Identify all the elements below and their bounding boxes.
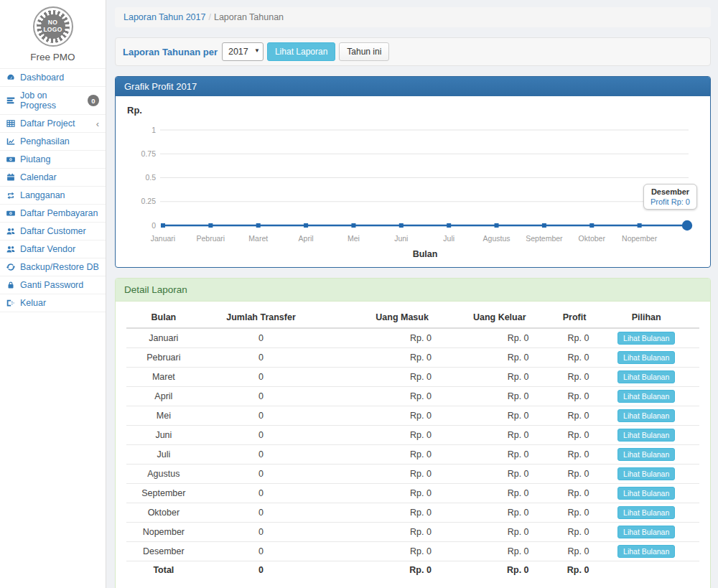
table-row: Agustus0Rp. 0Rp. 0Rp. 0Lihat Bulanan	[126, 465, 699, 484]
breadcrumb: Laporan Tahun 2017/Laporan Tahunan	[115, 7, 711, 27]
sidebar-link[interactable]: Daftar Project‹	[0, 115, 106, 132]
column-header-uang-masuk: Uang Masuk	[321, 307, 436, 328]
brand-name: Free PMO	[0, 52, 106, 62]
view-monthly-button[interactable]: Lihat Bulanan	[617, 467, 675, 480]
cell-uang-masuk: Rp. 0	[321, 445, 436, 465]
cell-profit: Rp. 0	[533, 348, 594, 368]
sidebar-link[interactable]: Ganti Password	[0, 276, 106, 294]
chart-point[interactable]	[208, 223, 213, 228]
sidebar-link[interactable]: Langganan	[0, 187, 106, 204]
cell-pilihan: Lihat Bulanan	[593, 542, 699, 561]
view-monthly-button[interactable]: Lihat Bulanan	[617, 409, 675, 422]
sign-out-icon	[6, 298, 16, 308]
svg-text:Juli: Juli	[443, 234, 454, 243]
view-monthly-button[interactable]: Lihat Bulanan	[617, 332, 675, 345]
chart-panel-title: Grafik Profit 2017	[116, 77, 710, 96]
cell-profit: Rp. 0	[533, 445, 594, 465]
chart-point-active[interactable]	[682, 220, 692, 230]
chart-point[interactable]	[161, 223, 165, 228]
cell-uang-masuk: Rp. 0	[321, 465, 436, 484]
view-monthly-button[interactable]: Lihat Bulanan	[617, 390, 675, 403]
breadcrumb-link[interactable]: Laporan Tahun 2017	[123, 12, 205, 22]
breadcrumb-current: Laporan Tahunan	[214, 12, 284, 22]
sidebar-link[interactable]: Calendar	[0, 169, 106, 186]
detail-panel-body: BulanJumlah TransferUang MasukUang Kelua…	[116, 302, 710, 588]
chart-point[interactable]	[256, 223, 261, 228]
view-report-button[interactable]: Lihat Laporan	[267, 42, 335, 61]
view-monthly-button[interactable]: Lihat Bulanan	[617, 526, 675, 538]
this-year-button[interactable]: Tahun ini	[339, 42, 389, 61]
view-monthly-button[interactable]: Lihat Bulanan	[617, 487, 675, 500]
table-row: Juli0Rp. 0Rp. 0Rp. 0Lihat Bulanan	[126, 445, 699, 465]
cell-uang-keluar: Rp. 0	[436, 387, 533, 406]
cell-uang-keluar: Rp. 0	[436, 406, 533, 426]
money-icon	[6, 154, 16, 164]
cell-jumlah-transfer: 0	[201, 465, 322, 484]
sidebar-link[interactable]: Daftar Pembayaran	[0, 205, 106, 222]
sidebar-item-calendar: Calendar	[0, 169, 106, 187]
chart-point[interactable]	[304, 223, 308, 228]
cell-uang-keluar: Rp. 0	[436, 503, 533, 523]
column-header-profit: Profit	[533, 307, 594, 328]
sidebar-link[interactable]: Job on Progress0	[0, 87, 106, 114]
logo-text: NO LOGO	[41, 14, 65, 39]
column-header-jumlah-transfer: Jumlah Transfer	[201, 307, 322, 328]
cell-bulan: Agustus	[126, 465, 201, 484]
view-monthly-button[interactable]: Lihat Bulanan	[617, 506, 675, 519]
sidebar-item-daftar-pembayaran: Daftar Pembayaran	[0, 205, 106, 223]
calendar-icon	[6, 172, 16, 182]
cell-profit: Rp. 0	[533, 328, 594, 348]
svg-text:Agustus: Agustus	[483, 234, 510, 243]
sidebar-link[interactable]: Daftar Vendor	[0, 241, 106, 258]
sidebar-link[interactable]: Penghasilan	[0, 133, 106, 150]
app-logo[interactable]: NO LOGO Free PMO	[0, 0, 106, 68]
svg-text:Januari: Januari	[151, 234, 175, 243]
cell-bulan: Juni	[126, 426, 201, 445]
sidebar-item-label: Daftar Project	[20, 118, 75, 129]
sidebar-link[interactable]: Keluar	[0, 294, 106, 312]
sidebar-link[interactable]: Dashboard	[0, 69, 106, 86]
main-content: Laporan Tahun 2017/Laporan Tahunan Lapor…	[106, 0, 718, 588]
sidebar-link[interactable]: Backup/Restore DB	[0, 258, 106, 276]
svg-text:0.25: 0.25	[141, 197, 157, 205]
sidebar-item-label: Penghasilan	[20, 136, 70, 146]
sidebar-item-label: Langganan	[20, 190, 65, 200]
view-monthly-button[interactable]: Lihat Bulanan	[617, 448, 675, 461]
sidebar-link[interactable]: Piutang	[0, 151, 106, 168]
cell-bulan: Januari	[126, 328, 201, 348]
svg-text:0: 0	[151, 221, 156, 230]
lock-icon	[6, 280, 16, 290]
chart-point[interactable]	[542, 223, 546, 228]
cell-profit: Rp. 0	[533, 503, 594, 523]
cell-pilihan: Lihat Bulanan	[593, 328, 699, 348]
chart-point[interactable]	[351, 223, 355, 228]
table-row: Desember0Rp. 0Rp. 0Rp. 0Lihat Bulanan	[126, 542, 699, 561]
cell-jumlah-transfer: 0	[201, 503, 322, 523]
table-total-row: Total0Rp. 0Rp. 0Rp. 0	[126, 561, 699, 579]
column-header-uang-keluar: Uang Keluar	[436, 307, 533, 328]
detail-panel-title: Detail Laporan	[116, 279, 710, 302]
table-row: Januari0Rp. 0Rp. 0Rp. 0Lihat Bulanan	[126, 328, 699, 348]
chart-point[interactable]	[638, 223, 642, 228]
chart-point[interactable]	[495, 223, 499, 228]
profit-line-chart[interactable]: 10.750.50.250JanuariPebruariMaretAprilMe…	[126, 116, 700, 263]
cell-bulan: Maret	[126, 368, 201, 387]
chart-point[interactable]	[447, 223, 451, 228]
chart-point[interactable]	[589, 223, 594, 228]
year-select[interactable]: 2017	[222, 42, 264, 61]
sidebar-item-label: Keluar	[20, 298, 46, 308]
cell-profit: Rp. 0	[533, 387, 594, 406]
tooltip-title: Desember	[651, 187, 690, 196]
view-monthly-button[interactable]: Lihat Bulanan	[617, 429, 675, 442]
chart-canvas: 10.750.50.250JanuariPebruariMaretAprilMe…	[126, 116, 700, 261]
cell-profit: Rp. 0	[533, 484, 594, 503]
table-row: Pebruari0Rp. 0Rp. 0Rp. 0Lihat Bulanan	[126, 348, 699, 368]
svg-text:Nopember: Nopember	[622, 234, 658, 243]
chart-point[interactable]	[399, 223, 404, 228]
view-monthly-button[interactable]: Lihat Bulanan	[617, 370, 675, 383]
view-monthly-button[interactable]: Lihat Bulanan	[617, 545, 675, 558]
sidebar-link[interactable]: Daftar Customer	[0, 223, 106, 240]
view-monthly-button[interactable]: Lihat Bulanan	[617, 351, 675, 364]
sidebar-item-backup-restore-db: Backup/Restore DB	[0, 258, 106, 276]
table-row: Juni0Rp. 0Rp. 0Rp. 0Lihat Bulanan	[126, 426, 699, 445]
